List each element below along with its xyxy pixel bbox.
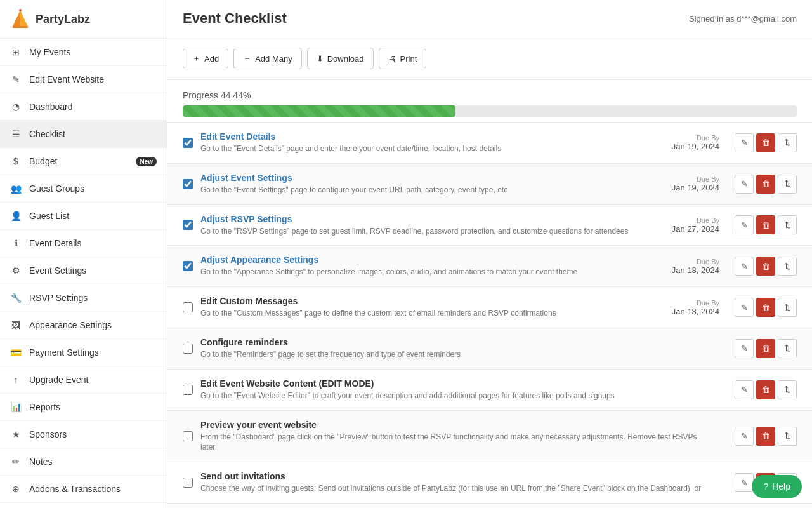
checklist-checkbox-8[interactable] <box>183 431 193 441</box>
sidebar-item-upgrade-event[interactable]: ↑Upgrade Event <box>0 366 167 394</box>
sidebar-item-guest-list[interactable]: 👤Guest List <box>0 203 167 230</box>
sidebar-item-edit-event-website[interactable]: ✎Edit Event Website <box>0 66 167 93</box>
edit-button-2[interactable]: ✎ <box>735 175 754 194</box>
due-by-date-4: Jan 18, 2024 <box>672 265 719 275</box>
print-button[interactable]: 🖨 Print <box>379 48 427 69</box>
delete-button-2[interactable]: 🗑 <box>756 175 775 194</box>
checklist-desc-7: Go to the "Event Website Editor" to craf… <box>200 391 712 401</box>
delete-button-1[interactable]: 🗑 <box>756 133 775 152</box>
sidebar-item-label: Sponsors <box>29 429 157 439</box>
add-many-label: Add Many <box>255 54 292 64</box>
edit-button-8[interactable]: ✎ <box>735 427 754 446</box>
delete-button-5[interactable]: 🗑 <box>756 298 775 317</box>
image-icon: 🖼 <box>10 319 22 331</box>
delete-button-3[interactable]: 🗑 <box>756 215 775 234</box>
edit-button-5[interactable]: ✎ <box>735 298 754 317</box>
clock-icon: ◔ <box>10 101 22 112</box>
sidebar-item-label: Addons & Transactions <box>29 484 157 494</box>
checklist-checkbox-6[interactable] <box>183 344 193 354</box>
sidebar-item-dashboard[interactable]: ◔Dashboard <box>0 93 167 121</box>
sidebar-item-notes[interactable]: ✏Notes <box>0 448 167 476</box>
sidebar-item-budget[interactable]: $BudgetNew <box>0 148 167 175</box>
checklist-title-5: Edit Custom Messages <box>200 296 664 306</box>
checklist-checkbox-3[interactable] <box>183 220 193 230</box>
sidebar-item-reports[interactable]: 📊Reports <box>0 394 167 421</box>
checklist-item: Preview your event websiteFrom the "Dash… <box>167 411 812 463</box>
checklist-checkbox-7[interactable] <box>183 385 193 395</box>
edit-button-3[interactable]: ✎ <box>735 215 754 234</box>
sidebar-item-event-details[interactable]: ℹEvent Details <box>0 230 167 257</box>
checklist-checkbox-1[interactable] <box>183 138 193 148</box>
dollar-icon: $ <box>10 156 22 167</box>
sidebar-item-addons-transactions[interactable]: ⊕Addons & Transactions <box>0 476 167 503</box>
add-many-button[interactable]: ＋ Add Many <box>233 48 302 69</box>
help-button[interactable]: ? Help <box>752 475 802 498</box>
checklist-desc-8: From the "Dashboard" page click on the "… <box>200 432 712 453</box>
checklist-title-3: Adjust RSVP Settings <box>200 214 664 224</box>
move-button-3[interactable]: ⇅ <box>778 215 797 234</box>
sidebar-item-event-settings[interactable]: ⚙Event Settings <box>0 257 167 284</box>
sidebar-item-label: Appearance Settings <box>29 320 157 330</box>
checklist-item: Edit Custom MessagesGo to the "Custom Me… <box>167 287 812 328</box>
plus-icon: ＋ <box>192 53 200 64</box>
edit-button-6[interactable]: ✎ <box>735 339 754 358</box>
logo: PartyLabz <box>0 0 167 39</box>
checklist-desc-6: Go to the "Reminders" page to set the fr… <box>200 349 712 360</box>
checklist-item: Send out invitationsChoose the way of in… <box>167 462 812 504</box>
move-button-7[interactable]: ⇅ <box>778 380 797 399</box>
checklist-item: Adjust Appearance SettingsGo to the "App… <box>167 246 812 287</box>
add-button[interactable]: ＋ Add <box>183 48 228 69</box>
sidebar-item-label: Guest Groups <box>29 184 157 194</box>
checklist-text-2: Adjust Event SettingsGo to the "Event Se… <box>200 173 664 196</box>
delete-button-6[interactable]: 🗑 <box>756 339 775 358</box>
checklist-text-4: Adjust Appearance SettingsGo to the "App… <box>200 255 664 277</box>
sidebar-item-sponsors[interactable]: ★Sponsors <box>0 421 167 448</box>
checklist-text-3: Adjust RSVP SettingsGo to the "RSVP Sett… <box>200 214 664 237</box>
due-by-label-2: Due By <box>672 175 719 183</box>
checklist-title-7: Edit Event Website Content (EDIT MODE) <box>200 378 712 389</box>
sidebar-item-appearance-settings[interactable]: 🖼Appearance Settings <box>0 312 167 339</box>
checklist-title-8: Preview your event website <box>200 420 712 430</box>
move-button-4[interactable]: ⇅ <box>778 257 797 276</box>
svg-rect-3 <box>13 26 28 28</box>
checklist-text-7: Edit Event Website Content (EDIT MODE)Go… <box>200 378 712 401</box>
sidebar-item-label: Payment Settings <box>29 347 157 358</box>
checklist-checkbox-4[interactable] <box>183 261 193 271</box>
move-button-2[interactable]: ⇅ <box>778 175 797 194</box>
checklist-title-2: Adjust Event Settings <box>200 173 664 183</box>
delete-button-8[interactable]: 🗑 <box>756 427 775 446</box>
progress-section: Progress 44.44% <box>167 80 812 123</box>
item-actions-6: ✎🗑⇅ <box>735 339 797 358</box>
edit-button-7[interactable]: ✎ <box>735 380 754 399</box>
move-button-6[interactable]: ⇅ <box>778 339 797 358</box>
logo-icon <box>10 9 30 29</box>
delete-button-7[interactable]: 🗑 <box>756 380 775 399</box>
delete-button-4[interactable]: 🗑 <box>756 257 775 276</box>
sidebar-item-guest-groups[interactable]: 👥Guest Groups <box>0 175 167 203</box>
download-button[interactable]: ⬇ Download <box>307 48 374 69</box>
checklist-text-5: Edit Custom MessagesGo to the "Custom Me… <box>200 296 664 319</box>
plus-icon-many: ＋ <box>243 53 251 64</box>
move-button-8[interactable]: ⇅ <box>778 427 797 446</box>
move-button-1[interactable]: ⇅ <box>778 133 797 152</box>
checklist-checkbox-9[interactable] <box>183 478 193 488</box>
checklist-checkbox-5[interactable] <box>183 302 193 312</box>
edit-button-1[interactable]: ✎ <box>735 133 754 152</box>
due-by-date-5: Jan 18, 2024 <box>672 307 719 316</box>
sidebar-item-reminders[interactable]: ⏰Reminders <box>0 503 167 508</box>
checklist-text-1: Edit Event DetailsGo to the "Event Detai… <box>200 131 664 154</box>
sidebar-item-label: Reports <box>29 402 157 412</box>
main-header: Event Checklist Signed in as d***@gmail.… <box>167 0 812 37</box>
checklist-text-9: Send out invitationsChoose the way of in… <box>200 471 712 494</box>
move-button-5[interactable]: ⇅ <box>778 298 797 317</box>
edit-button-9[interactable]: ✎ <box>735 473 754 492</box>
item-actions-8: ✎🗑⇅ <box>735 427 797 446</box>
sidebar-item-my-events[interactable]: ⊞My Events <box>0 39 167 66</box>
checklist-desc-1: Go to the "Event Details" page and enter… <box>200 144 664 154</box>
checklist-checkbox-2[interactable] <box>183 179 193 189</box>
sidebar-item-rsvp-settings[interactable]: 🔧RSVP Settings <box>0 284 167 312</box>
edit-button-4[interactable]: ✎ <box>735 257 754 276</box>
sidebar-item-checklist[interactable]: ☰Checklist <box>0 121 167 148</box>
main-content: Event Checklist Signed in as d***@gmail.… <box>167 0 812 508</box>
sidebar-item-payment-settings[interactable]: 💳Payment Settings <box>0 339 167 366</box>
